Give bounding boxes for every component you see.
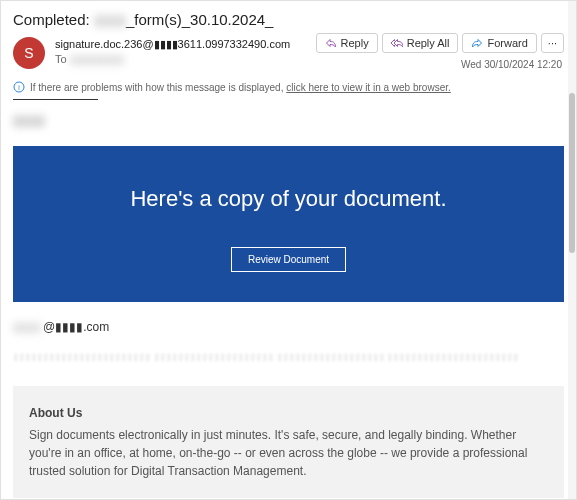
about-title: About Us [29, 404, 548, 422]
sender-avatar: S [13, 37, 45, 69]
to-redacted: ▮▮▮▮▮▮▮▮▮ [70, 53, 124, 65]
document-banner: Here's a copy of your document. Review D… [13, 146, 564, 302]
info-bar: i If there are problems with how this me… [1, 77, 576, 97]
review-document-button[interactable]: Review Document [231, 247, 346, 272]
forward-label: Forward [487, 37, 527, 49]
reply-button[interactable]: Reply [316, 33, 378, 53]
banner-heading: Here's a copy of your document. [33, 186, 544, 212]
scrollbar-track[interactable] [568, 1, 576, 499]
email-timestamp: Wed 30/10/2024 12:20 [461, 59, 562, 70]
forward-button[interactable]: Forward [462, 33, 536, 53]
reply-all-icon [391, 37, 403, 49]
more-actions-button[interactable]: ··· [541, 33, 564, 53]
email-subject: Completed: ▮▮▮▮_form(s)_30.10.2024_ [13, 11, 564, 29]
email-domain: @▮▮▮▮.com [43, 320, 109, 334]
info-text: If there are problems with how this mess… [30, 82, 286, 93]
subject-redacted: ▮▮▮▮ [94, 11, 126, 28]
reply-label: Reply [341, 37, 369, 49]
email-blur: ▮▮▮▮ [13, 320, 41, 334]
reply-all-button[interactable]: Reply All [382, 33, 459, 53]
reply-all-label: Reply All [407, 37, 450, 49]
about-text: Sign documents electronically in just mi… [29, 426, 548, 480]
forward-icon [471, 37, 483, 49]
subject-prefix: Completed: [13, 11, 94, 28]
recipient-email: ▮▮▮▮@▮▮▮▮.com [13, 320, 564, 334]
scrollbar-thumb[interactable] [569, 93, 575, 253]
divider [13, 99, 98, 100]
info-icon: i [13, 81, 25, 93]
redacted-greeting: ▮▮▮▮ [13, 112, 564, 128]
view-in-browser-link[interactable]: click here to view it in a web browser. [286, 82, 451, 93]
subject-suffix: _form(s)_30.10.2024_ [126, 11, 274, 28]
reply-icon [325, 37, 337, 49]
svg-text:i: i [18, 84, 20, 91]
to-label: To [55, 53, 67, 65]
redacted-body-text: ▮▮▮▮▮▮▮▮▮▮▮▮▮▮▮▮▮▮▮▮▮▮▮ ▮▮▮▮▮▮▮▮▮▮▮▮▮▮▮▮… [13, 348, 564, 366]
about-section: About Us Sign documents electronically i… [13, 386, 564, 498]
